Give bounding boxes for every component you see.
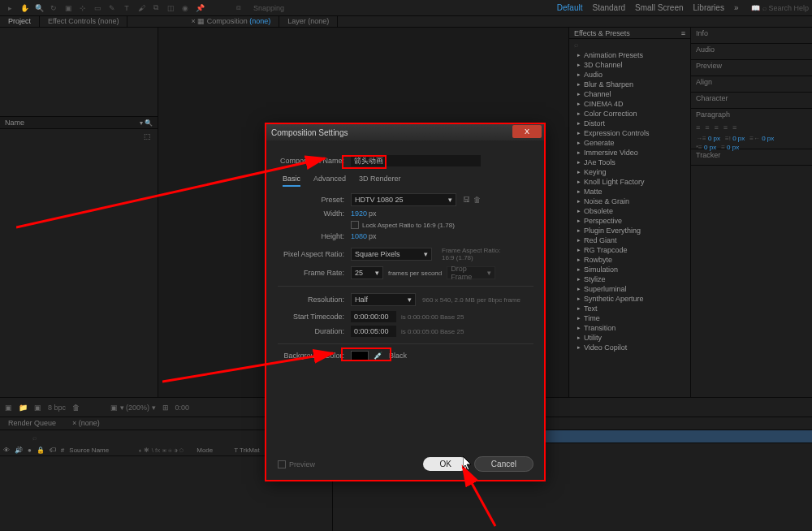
preset-item[interactable]: Time	[569, 313, 690, 323]
panel-align[interactable]: Align	[691, 76, 812, 93]
flowchart-icon[interactable]: ⬚	[144, 132, 151, 140]
preset-item[interactable]: Plugin Everything	[569, 226, 690, 235]
ws-default[interactable]: Default	[557, 3, 583, 12]
tool-text-icon[interactable]: T	[120, 2, 133, 15]
viewer-res-icon[interactable]: ⊞	[162, 404, 169, 412]
preset-item[interactable]: Obsolete	[569, 206, 690, 216]
preset-item[interactable]: Blur & Sharpen	[569, 80, 690, 89]
align-justify-icon[interactable]: ≡	[723, 123, 728, 132]
preset-item[interactable]: Stylize	[569, 274, 690, 284]
lock-aspect-checkbox[interactable]	[351, 221, 359, 229]
tab-project[interactable]: Project	[0, 16, 40, 27]
tool-zoom-icon[interactable]: 🔍	[32, 2, 45, 15]
duration-input[interactable]	[351, 326, 396, 337]
panel-character[interactable]: Character	[691, 93, 812, 109]
tool-anchor-icon[interactable]: ⊹	[76, 2, 89, 15]
trash-icon[interactable]: 🗑	[72, 404, 80, 412]
cancel-button[interactable]: Cancel	[474, 456, 533, 472]
ws-smallscreen[interactable]: Small Screen	[635, 3, 683, 12]
preset-item[interactable]: 3D Channel	[569, 60, 690, 70]
snapping-label[interactable]: Snapping	[253, 4, 284, 12]
tool-pen-icon[interactable]: ✎	[106, 2, 119, 15]
tab-timeline-none[interactable]: × (none)	[64, 417, 108, 430]
tab-3d-renderer[interactable]: 3D Renderer	[359, 175, 401, 187]
sort-icon[interactable]: ▾ 🔍	[140, 119, 153, 127]
viewer-time[interactable]: 0:00	[175, 404, 190, 412]
preset-item[interactable]: Audio	[569, 70, 690, 80]
tool-hand-icon[interactable]: ✋	[18, 2, 31, 15]
preset-item[interactable]: Superluminal	[569, 284, 690, 294]
project-name-header[interactable]: Name ▾ 🔍	[0, 117, 158, 129]
col-label-icon[interactable]: 🏷	[50, 447, 56, 454]
preset-item[interactable]: Matte	[569, 187, 690, 196]
preset-item[interactable]: Keying	[569, 167, 690, 177]
align-right-icon[interactable]: ≡	[715, 123, 719, 132]
presets-search[interactable]: ⌕	[569, 39, 690, 50]
tab-basic[interactable]: Basic	[283, 175, 300, 187]
preset-item[interactable]: Immersive Video	[569, 148, 690, 158]
close-icon[interactable]: X	[512, 125, 542, 138]
preset-item[interactable]: RG Trapcode	[569, 245, 690, 255]
align-left-icon[interactable]: ≡	[696, 123, 700, 132]
panel-preview[interactable]: Preview	[691, 60, 812, 76]
search-help[interactable]: 📖 ⌕ Search Help	[751, 4, 809, 12]
dialog-titlebar[interactable]: Composition Settings X	[266, 124, 545, 140]
tab-effect-controls[interactable]: Effect Controls (none)	[40, 16, 127, 27]
preset-item[interactable]: Utility	[569, 333, 690, 343]
new-comp-icon[interactable]: ▣	[34, 404, 41, 412]
col-audio-icon[interactable]: 🔊	[15, 447, 23, 454]
tool-roto-icon[interactable]: ◉	[179, 2, 192, 15]
tool-shape-icon[interactable]: ▭	[91, 2, 104, 15]
col-visibility-icon[interactable]: 👁	[3, 447, 10, 454]
bpc-label[interactable]: 8 bpc	[48, 404, 66, 412]
tab-composition[interactable]: × ▦ Composition (none)	[183, 16, 279, 27]
preset-item[interactable]: JAe Tools	[569, 158, 690, 167]
tool-puppet-icon[interactable]: 📌	[193, 2, 206, 15]
comp-name-input[interactable]	[351, 155, 481, 166]
eyedropper-icon[interactable]: 💉	[374, 352, 382, 360]
preset-item[interactable]: Generate	[569, 138, 690, 148]
preset-delete-icon[interactable]: 🗑	[473, 196, 481, 204]
width-value[interactable]: 1920	[351, 209, 367, 218]
preset-item[interactable]: Distort	[569, 119, 690, 128]
snap-icon[interactable]: ⧈	[232, 2, 245, 15]
ok-button[interactable]: OK	[423, 457, 467, 471]
col-mode[interactable]: Mode	[197, 447, 213, 454]
col-solo-icon[interactable]: ●	[28, 447, 32, 454]
preset-item[interactable]: Video Copilot	[569, 343, 690, 352]
panel-audio[interactable]: Audio	[691, 44, 812, 60]
preset-item[interactable]: Text	[569, 304, 690, 313]
tool-eraser-icon[interactable]: ◫	[164, 2, 177, 15]
preset-item[interactable]: Color Correction	[569, 109, 690, 119]
preset-item[interactable]: Synthetic Aperture	[569, 294, 690, 304]
start-timecode-input[interactable]	[351, 311, 396, 322]
preset-item[interactable]: Animation Presets	[569, 50, 690, 60]
tab-render-queue[interactable]: Render Queue	[0, 417, 64, 430]
col-trkmat[interactable]: T TrkMat	[234, 447, 259, 454]
viewer-zoom[interactable]: ▣ ▾ (200%) ▾	[110, 404, 156, 412]
ws-standard[interactable]: Standard	[592, 3, 625, 12]
preset-save-icon[interactable]: 🖫	[463, 196, 470, 204]
preset-item[interactable]: Rowbyte	[569, 255, 690, 265]
preset-item[interactable]: Perspective	[569, 216, 690, 226]
panel-paragraph[interactable]: Paragraph ≡ ≡ ≡ ≡ ≡ →≡ 0 px ≡! 0 px ≡← 0…	[691, 109, 812, 149]
new-folder-icon[interactable]: 📁	[19, 404, 28, 412]
preview-checkbox[interactable]: Preview	[278, 460, 315, 468]
tab-advanced[interactable]: Advanced	[313, 175, 346, 187]
preset-item[interactable]: Channel	[569, 89, 690, 99]
col-lock-icon[interactable]: 🔒	[37, 447, 45, 454]
preset-item[interactable]: Knoll Light Factory	[569, 177, 690, 187]
panel-tracker[interactable]: Tracker	[691, 149, 812, 166]
panel-info[interactable]: Info	[691, 28, 812, 44]
tool-rotate-icon[interactable]: ↻	[47, 2, 60, 15]
ws-libraries[interactable]: Libraries	[693, 3, 724, 12]
presets-menu-icon[interactable]: ≡	[681, 29, 685, 37]
tool-stamp-icon[interactable]: ⧉	[149, 2, 162, 15]
par-select[interactable]: Square Pixels▾	[351, 248, 432, 261]
tool-camera-icon[interactable]: ▣	[62, 2, 75, 15]
preset-item[interactable]: Red Giant	[569, 235, 690, 245]
align-center-icon[interactable]: ≡	[705, 123, 709, 132]
preset-select[interactable]: HDTV 1080 25▾	[351, 193, 456, 206]
preset-item[interactable]: Transition	[569, 323, 690, 333]
tool-brush-icon[interactable]: 🖌	[135, 2, 148, 15]
